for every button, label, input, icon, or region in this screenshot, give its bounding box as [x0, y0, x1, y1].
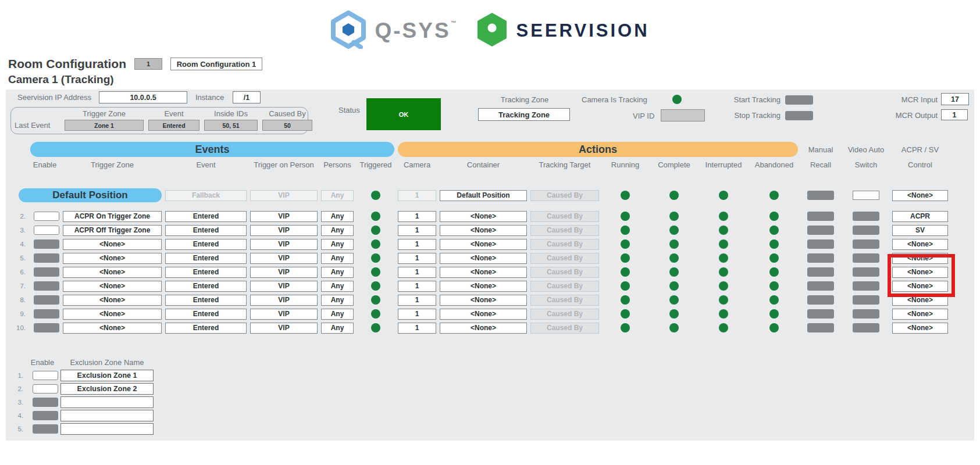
persons-select[interactable]: Any	[321, 225, 354, 236]
trigger-on-person-select[interactable]: VIP	[250, 211, 318, 222]
persons-select[interactable]: Any	[321, 211, 354, 222]
switch-toggle[interactable]	[853, 212, 879, 221]
switch-toggle[interactable]	[853, 226, 879, 235]
control-select[interactable]: <None>	[892, 323, 948, 334]
trigger-zone-select[interactable]: <None>	[63, 309, 162, 320]
enable-toggle[interactable]	[34, 309, 59, 319]
trigger-zone-select[interactable]: <None>	[63, 281, 162, 292]
enable-toggle[interactable]	[33, 411, 58, 420]
camera-field[interactable]: 1	[398, 281, 436, 292]
camera-field[interactable]: 1	[398, 253, 436, 264]
switch-toggle[interactable]	[853, 253, 879, 263]
switch-toggle[interactable]	[853, 281, 879, 291]
container-select[interactable]: <None>	[440, 239, 527, 250]
trigger-zone-select[interactable]: ACPR On Trigger Zone	[63, 211, 162, 222]
control-select[interactable]: SV	[892, 225, 948, 236]
event-select[interactable]: Entered	[165, 281, 247, 292]
trigger-on-person-select[interactable]: VIP	[250, 267, 318, 278]
trigger-on-person-select[interactable]: VIP	[250, 281, 318, 292]
default-recall-button[interactable]	[807, 191, 834, 200]
control-select[interactable]: ACPR	[892, 211, 948, 222]
room-configuration-index[interactable]: 1	[134, 58, 162, 70]
room-configuration-name-field[interactable]: Room Configuration 1	[170, 58, 262, 70]
enable-toggle[interactable]	[34, 253, 59, 263]
mcr-input-field[interactable]: 17	[941, 93, 969, 105]
trigger-on-person-select[interactable]: VIP	[250, 239, 318, 250]
mcr-output-field[interactable]: 1	[941, 109, 968, 120]
persons-select[interactable]: Any	[321, 323, 354, 334]
exclusion-zone-name-field[interactable]: Exclusion Zone 2	[60, 383, 154, 395]
container-select[interactable]: <None>	[440, 295, 527, 306]
switch-toggle[interactable]	[853, 323, 879, 332]
switch-toggle[interactable]	[853, 295, 879, 305]
container-select[interactable]: <None>	[440, 281, 527, 292]
event-select[interactable]: Entered	[165, 323, 247, 334]
recall-button[interactable]	[807, 212, 834, 221]
stop-tracking-button[interactable]	[785, 111, 813, 120]
persons-select[interactable]: Any	[321, 267, 354, 278]
recall-button[interactable]	[807, 226, 834, 235]
container-select[interactable]: <None>	[440, 211, 527, 222]
ip-address-field[interactable]: 10.0.0.5	[99, 91, 187, 103]
control-select[interactable]: <None>	[892, 281, 948, 292]
trigger-zone-select[interactable]: <None>	[63, 323, 162, 334]
enable-toggle[interactable]	[34, 323, 59, 332]
switch-toggle[interactable]	[853, 239, 879, 249]
enable-toggle[interactable]	[34, 239, 59, 249]
enable-toggle[interactable]	[34, 295, 59, 305]
trigger-zone-select[interactable]: <None>	[63, 267, 162, 278]
exclusion-zone-name-field[interactable]	[60, 396, 154, 408]
recall-button[interactable]	[807, 323, 834, 332]
trigger-on-person-select[interactable]: VIP	[250, 253, 318, 264]
camera-field[interactable]: 1	[398, 239, 436, 250]
control-select[interactable]: <None>	[892, 253, 948, 264]
camera-field[interactable]: 1	[398, 211, 436, 222]
event-select[interactable]: Entered	[165, 309, 247, 320]
enable-toggle[interactable]	[33, 384, 58, 394]
trigger-zone-select[interactable]: <None>	[63, 295, 162, 306]
persons-select[interactable]: Any	[321, 281, 354, 292]
enable-toggle[interactable]	[34, 267, 59, 277]
exclusion-zone-name-field[interactable]	[60, 423, 154, 435]
switch-toggle[interactable]	[853, 309, 879, 319]
enable-toggle[interactable]	[34, 212, 59, 221]
trigger-on-person-select[interactable]: VIP	[250, 323, 318, 334]
default-control-select[interactable]: <None>	[892, 190, 948, 201]
persons-select[interactable]: Any	[321, 295, 354, 306]
exclusion-zone-name-field[interactable]	[60, 410, 154, 421]
recall-button[interactable]	[807, 239, 834, 249]
switch-toggle[interactable]	[853, 267, 879, 277]
instance-field[interactable]: /1	[233, 91, 261, 103]
enable-toggle[interactable]	[33, 371, 58, 380]
start-tracking-button[interactable]	[785, 95, 813, 105]
event-select[interactable]: Entered	[165, 267, 247, 278]
recall-button[interactable]	[807, 281, 834, 291]
camera-field[interactable]: 1	[398, 309, 436, 320]
persons-select[interactable]: Any	[321, 309, 354, 320]
event-select[interactable]: Entered	[165, 239, 247, 250]
container-select[interactable]: <None>	[440, 309, 527, 320]
trigger-on-person-select[interactable]: VIP	[250, 295, 318, 306]
container-select[interactable]: <None>	[440, 225, 527, 236]
camera-field[interactable]: 1	[398, 225, 436, 236]
event-select[interactable]: Entered	[165, 295, 247, 306]
container-select[interactable]: <None>	[440, 267, 527, 278]
control-select[interactable]: <None>	[892, 239, 948, 250]
recall-button[interactable]	[807, 295, 834, 305]
persons-select[interactable]: Any	[321, 253, 354, 264]
trigger-on-person-select[interactable]: VIP	[250, 309, 318, 320]
container-select[interactable]: <None>	[440, 323, 527, 334]
enable-toggle[interactable]	[33, 424, 58, 434]
camera-field[interactable]: 1	[398, 295, 436, 306]
trigger-zone-select[interactable]: ACPR Off Trigger Zone	[63, 225, 162, 236]
event-select[interactable]: Entered	[165, 211, 247, 222]
control-select[interactable]: <None>	[892, 309, 948, 320]
default-switch-toggle[interactable]	[853, 191, 879, 200]
recall-button[interactable]	[807, 309, 834, 319]
trigger-zone-select[interactable]: <None>	[63, 239, 162, 250]
recall-button[interactable]	[807, 267, 834, 277]
recall-button[interactable]	[807, 253, 834, 263]
trigger-zone-select[interactable]: <None>	[63, 253, 162, 264]
persons-select[interactable]: Any	[321, 239, 354, 250]
event-select[interactable]: Entered	[165, 225, 247, 236]
